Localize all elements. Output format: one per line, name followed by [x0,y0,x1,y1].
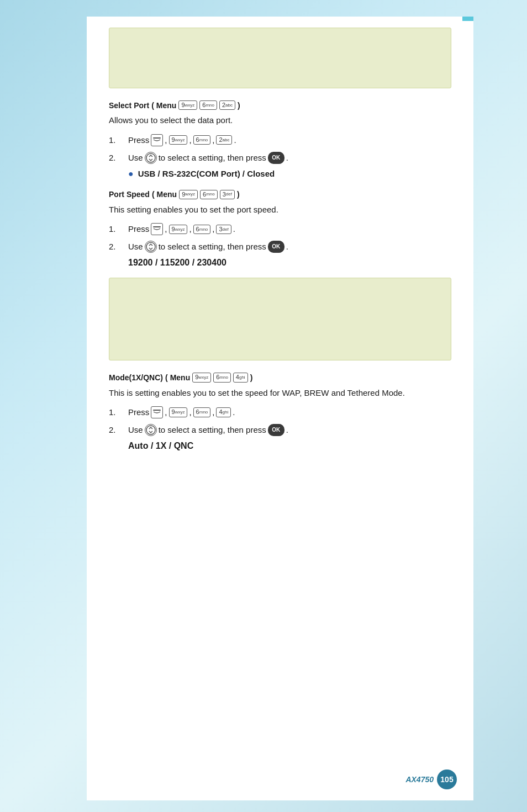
ps-step-1-content: Press , 9wxyz , 6mno , 3def . [128,222,235,236]
ps-key-6: 6mno [193,225,211,234]
mode-options: Auto / 1X / QNC [128,441,451,451]
top-content-box [109,28,451,88]
step-2-use-text: Use [128,151,143,164]
step-1-content: Press , 9wxyz , 6mno , 2abc . [128,134,236,147]
select-port-bullet: ● USB / RS-232C(COM Port) / Closed [128,169,451,179]
select-port-options: USB / RS-232C(COM Port) / Closed [138,169,275,178]
ps-nav-icon [145,241,157,253]
port-speed-title-text: Port Speed [109,190,150,199]
model-name: AX4750 [405,775,434,784]
svg-rect-2 [153,226,161,227]
select-port-step-1: 1. Press , 9wxyz , 6mno , 2abc . [109,134,451,147]
ok-icon-1: OK [268,152,284,164]
mode-key-6: 6mno [213,373,231,382]
menu-icon-1 [151,134,163,146]
step-1-key-6: 6mno [193,135,211,145]
select-port-section: Select Port ( Menu 9wxyz 6mno 2abc ) All… [109,100,451,179]
mode-steps: 1. Press , 9wxyz , 6mno , 4ghi . 2. [109,406,451,437]
select-port-steps: 1. Press , 9wxyz , 6mno , 2abc . 2. [109,134,451,164]
select-port-key-2: 2abc [219,100,235,110]
nav-icon-1 [145,152,157,164]
ps-step-2-use: Use [128,240,143,253]
ps-step-2-num: 2. [109,240,128,253]
port-speed-key-6: 6mno [200,190,218,199]
ps-step-2-middle: to select a setting, then press [159,240,266,253]
port-speed-key-3: 3def [220,190,235,199]
select-port-title-text: Select Port [109,101,149,110]
top-decoration [462,17,473,21]
port-speed-menu-label: Menu [157,190,177,199]
step-2-middle-text: to select a setting, then press [159,151,266,164]
mode-menu-label: Menu [170,373,191,382]
port-speed-options: 19200 / 115200 / 230400 [128,258,451,268]
port-speed-title: Port Speed ( Menu 9wxyz 6mno 3def ) [109,190,451,199]
select-port-key-9: 9wxyz [178,100,197,110]
select-port-title: Select Port ( Menu 9wxyz 6mno 2abc ) [109,100,451,110]
step-1-key-2: 2abc [216,135,232,145]
mode-step-2-num: 2. [109,423,128,437]
mode-key-4-step: 4ghi [216,407,231,417]
select-port-menu-label: Menu [156,101,177,110]
mode-key-9: 9wxyz [192,373,211,382]
ps-step-1-num: 1. [109,222,128,236]
port-speed-description: This setting enables you to set the port… [109,204,451,216]
mode-title-text: Mode(1X/QNC) [109,373,163,382]
mode-title: Mode(1X/QNC) ( Menu 9wxyz 6mno 4ghi ) [109,373,451,382]
mode-step-1-press: Press [128,406,149,419]
step-2-num: 2. [109,151,128,164]
port-speed-step-1: 1. Press , 9wxyz , 6mno , 3def . [109,222,451,236]
port-speed-step-2: 2. Use to select a setting, then press O… [109,240,451,253]
select-port-step-2: 2. Use to select a setting, then press O… [109,151,451,164]
page-number: 105 [437,769,457,789]
bullet-dot: ● [128,169,134,179]
ps-menu-icon [151,223,163,235]
mode-key-9-step: 9wxyz [169,407,188,417]
port-speed-key-9: 9wxyz [179,190,198,199]
port-speed-section: Port Speed ( Menu 9wxyz 6mno 3def ) This… [109,190,451,268]
svg-rect-0 [153,137,161,139]
mode-key-4: 4ghi [233,373,248,382]
step-2-content: Use to select a setting, then press OK . [128,151,288,164]
step-1-press-text: Press [128,134,149,147]
mode-step-1-content: Press , 9wxyz , 6mno , 4ghi . [128,406,235,419]
ps-ok-icon: OK [268,241,284,253]
port-speed-steps: 1. Press , 9wxyz , 6mno , 3def . 2. [109,222,451,253]
select-port-description: Allows you to select the data port. [109,114,451,127]
mode-step-2-middle: to select a setting, then press [159,423,266,437]
mode-description: This is setting enables you to set the s… [109,387,451,400]
mode-step-1: 1. Press , 9wxyz , 6mno , 4ghi . [109,406,451,419]
step-1-key-9: 9wxyz [169,135,188,145]
mode-menu-icon [151,406,163,418]
mode-step-1-num: 1. [109,406,128,419]
select-port-key-6: 6mno [199,100,217,110]
page-footer: AX4750 105 [405,769,457,789]
mode-section: Mode(1X/QNC) ( Menu 9wxyz 6mno 4ghi ) Th… [109,373,451,451]
svg-rect-4 [153,410,161,411]
step-1-num: 1. [109,134,128,147]
mode-step-2: 2. Use to select a setting, then press O… [109,423,451,437]
mode-nav-icon [145,424,157,436]
mode-step-2-content: Use to select a setting, then press OK . [128,423,288,437]
ps-step-2-content: Use to select a setting, then press OK . [128,240,288,253]
ps-step-1-press: Press [128,222,149,236]
middle-content-box [109,278,451,360]
page: Select Port ( Menu 9wxyz 6mno 2abc ) All… [87,17,473,800]
ps-key-3: 3def [216,225,231,234]
mode-step-2-use: Use [128,423,143,437]
ps-key-9: 9wxyz [169,225,188,234]
mode-ok-icon: OK [268,424,284,436]
mode-key-6-step: 6mno [193,407,211,417]
